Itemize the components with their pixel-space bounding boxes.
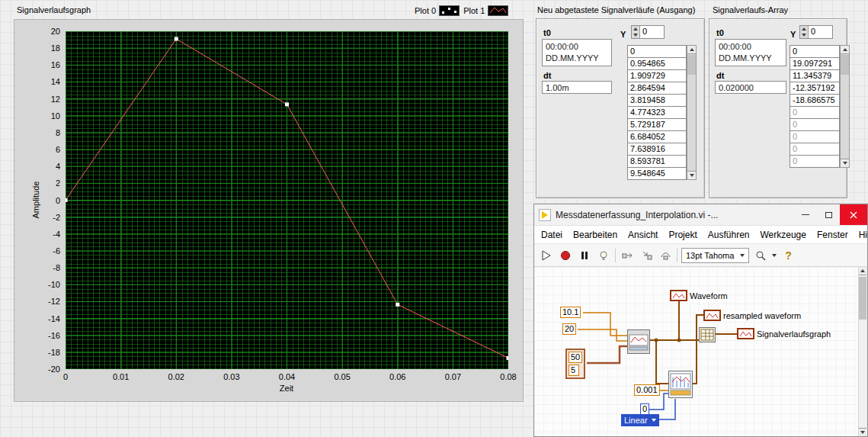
run-button[interactable] [539,248,554,263]
numeric-constant-20[interactable]: 20 [562,323,576,335]
scroll-down-icon[interactable] [859,428,866,436]
diagram-scrollbar[interactable] [858,267,867,436]
menu-item-werkzeuge[interactable]: Werkzeuge [754,230,811,240]
retain-wire-values-button[interactable] [620,248,635,263]
plot0-style-icon[interactable] [439,5,460,16]
array-element[interactable]: 1.909729 [627,69,687,82]
array-element[interactable]: 0 [790,106,840,119]
step-over-icon [660,250,671,260]
x-tick-label: 0 [46,372,85,381]
dt-value[interactable]: 1.00m [542,81,612,94]
array-element[interactable]: 7.638916 [627,143,687,156]
dt-value[interactable]: 0.020000 [715,81,786,94]
array-index-value[interactable]: 0 [640,26,664,38]
y-tick-label: -14 [25,314,60,323]
numeric-constant-0[interactable]: 0 [640,403,649,415]
highlight-execution-button[interactable] [596,248,611,263]
y-tick-label: -10 [25,280,60,289]
interpolation-mode-ring[interactable]: Linear [621,414,659,426]
window-titlebar[interactable]: Messdatenerfassung_Interpolation.vi -... [534,204,867,226]
search-button[interactable] [753,248,768,263]
numeric-constant-5[interactable]: 5 [569,365,579,376]
array-element[interactable]: 0 [790,130,840,143]
numeric-constant-10-1[interactable]: 10.1 [560,307,581,318]
scroll-down-icon[interactable] [687,171,696,179]
resampled-waveform-indicator-terminal[interactable]: resampled waveform [703,310,801,321]
legend-item-plot1[interactable]: Plot 1 [463,5,508,16]
scroll-up-icon[interactable] [859,267,866,275]
step-over-button[interactable] [658,248,673,263]
index-spinner-icon[interactable] [632,26,640,38]
waveform-terminal-icon [703,310,721,321]
array-element[interactable]: 0 [790,155,840,168]
array-element[interactable]: 0 [790,143,840,156]
array-scrollbar[interactable] [687,45,697,180]
scroll-thumb[interactable] [841,55,849,75]
array-index-control[interactable]: 0 [631,25,665,39]
menu-item-datei[interactable]: Datei [536,230,568,240]
menu-item-ansicht[interactable]: Ansicht [623,230,663,240]
maximize-button[interactable] [817,204,840,225]
graph-indicator-terminal[interactable]: Signalverlaufsgraph [737,328,831,339]
array-element[interactable]: 9.548645 [627,167,687,180]
build-waveform-node[interactable] [627,329,650,354]
terminal-label: resampled waveform [723,311,801,320]
t0-display[interactable]: 00:00:00 DD.MM.YYYY [542,39,612,66]
scroll-up-icon[interactable] [841,46,849,54]
menu-item-ausführen[interactable]: Ausführen [703,230,755,240]
minimize-button[interactable] [794,204,817,225]
array-element[interactable]: 4.774323 [627,106,687,119]
help-button[interactable]: ? [780,248,796,263]
waveform-indicator-terminal[interactable]: Waveform [670,290,728,301]
array-index-value[interactable]: 0 [809,26,832,38]
array-element[interactable]: 0 [790,45,840,58]
y-tick-label: 2 [25,178,60,188]
array-index-control[interactable]: 0 [799,25,833,39]
y-tick-label: 4 [25,162,60,171]
array-element[interactable]: 6.684052 [627,130,687,143]
scroll-thumb[interactable] [687,55,696,75]
menu-item-projekt[interactable]: Projekt [663,230,702,240]
array-element[interactable]: 3.819458 [627,94,687,107]
close-button[interactable] [840,204,867,225]
array-element[interactable]: 11.345379 [790,69,840,82]
waveform-graph[interactable]: Amplitude Zeit 20181614121086420-2-4-6-8… [14,19,524,402]
resample-waveform-node[interactable] [668,371,693,398]
y-tick-label: 14 [25,77,60,86]
chevron-down-icon [740,254,745,257]
scroll-thumb[interactable] [859,277,866,320]
index-spinner-icon[interactable] [800,26,809,38]
array-element[interactable]: -12.357192 [790,82,840,95]
cluster-constant[interactable]: 50 5 [565,349,585,379]
scroll-down-icon[interactable] [841,159,849,167]
array-element[interactable]: 8.593781 [627,155,687,168]
plot1-style-icon[interactable] [488,5,508,16]
array-element[interactable]: 0.954865 [627,57,687,70]
array-element[interactable]: 19.097291 [790,57,840,70]
legend-item-plot0[interactable]: Plot 0 [415,5,460,16]
array-element[interactable]: 0 [790,118,840,131]
block-diagram-canvas[interactable]: 10.1 20 50 5 0.001 0 Linear [534,267,867,436]
numeric-constant-50[interactable]: 50 [569,352,582,363]
plot-area[interactable] [66,31,508,369]
array-element[interactable]: 5.729187 [627,118,687,131]
array-scrollbar[interactable] [840,45,850,168]
array-element[interactable]: 2.864594 [627,82,687,95]
scroll-up-icon[interactable] [687,46,696,54]
font-selector[interactable]: 13pt Tahoma [681,248,749,263]
t0-date: DD.MM.YYYY [546,53,608,64]
menu-item-bearbeiten[interactable]: Bearbeiten [568,230,623,240]
array-element[interactable]: 0 [627,45,687,58]
abort-button[interactable] [558,248,573,263]
menu-item-hilfe[interactable]: Hilfe [854,230,868,240]
menu-item-fenster[interactable]: Fenster [812,230,854,240]
t0-display[interactable]: 00:00:00 DD.MM.YYYY [715,39,786,66]
array-element[interactable]: -18.686575 [790,94,840,107]
block-diagram-window: Messdatenerfassung_Interpolation.vi -...… [533,204,868,437]
build-array-node[interactable] [699,327,716,342]
step-into-button[interactable] [639,248,654,263]
numeric-constant-0-001[interactable]: 0.001 [634,384,660,396]
y-tick-label: -6 [25,246,60,255]
search-chevron-icon[interactable] [772,254,777,257]
pause-button[interactable] [577,248,592,263]
